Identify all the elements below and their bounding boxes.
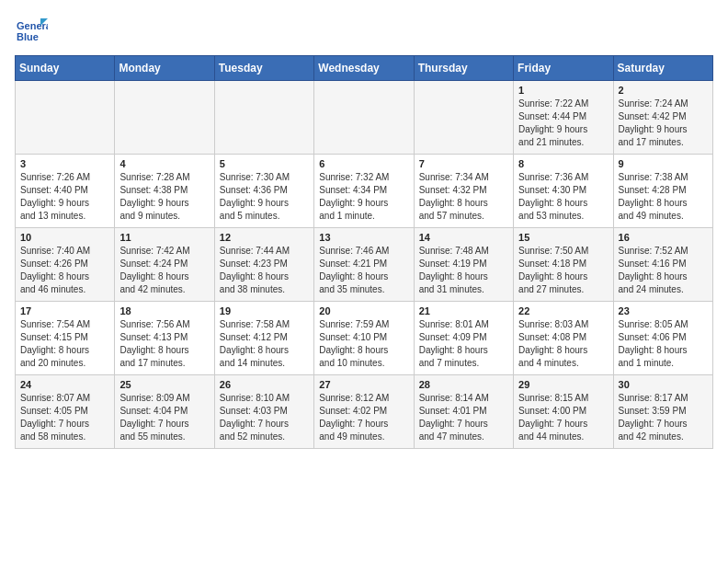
day-number: 10	[20, 232, 109, 243]
weekday-header-row: SundayMondayTuesdayWednesdayThursdayFrid…	[16, 56, 713, 81]
day-number: 13	[319, 232, 408, 243]
calendar-cell: 30Sunrise: 8:17 AM Sunset: 3:59 PM Dayli…	[613, 375, 712, 449]
calendar-cell: 11Sunrise: 7:42 AM Sunset: 4:24 PM Dayli…	[115, 228, 214, 302]
calendar-cell	[414, 81, 513, 155]
day-info: Sunrise: 7:48 AM Sunset: 4:19 PM Dayligh…	[419, 245, 508, 296]
day-number: 24	[20, 379, 109, 390]
calendar-week-row: 3Sunrise: 7:26 AM Sunset: 4:40 PM Daylig…	[16, 155, 713, 228]
day-info: Sunrise: 7:26 AM Sunset: 4:40 PM Dayligh…	[20, 171, 109, 223]
day-number: 19	[220, 305, 309, 316]
day-info: Sunrise: 8:10 AM Sunset: 4:03 PM Dayligh…	[220, 392, 309, 443]
calendar-cell: 28Sunrise: 8:14 AM Sunset: 4:01 PM Dayli…	[414, 375, 513, 449]
day-info: Sunrise: 7:54 AM Sunset: 4:15 PM Dayligh…	[20, 318, 109, 370]
day-number: 14	[419, 232, 508, 243]
logo-icon: General Blue	[15, 15, 48, 48]
day-number: 9	[619, 158, 708, 169]
day-info: Sunrise: 7:28 AM Sunset: 4:38 PM Dayligh…	[119, 171, 209, 223]
day-info: Sunrise: 7:34 AM Sunset: 4:32 PM Dayligh…	[419, 171, 508, 223]
calendar-week-row: 10Sunrise: 7:40 AM Sunset: 4:26 PM Dayli…	[16, 228, 713, 302]
calendar-cell: 12Sunrise: 7:44 AM Sunset: 4:23 PM Dayli…	[214, 228, 313, 302]
calendar-week-row: 1Sunrise: 7:22 AM Sunset: 4:44 PM Daylig…	[16, 81, 713, 155]
calendar-cell: 20Sunrise: 7:59 AM Sunset: 4:10 PM Dayli…	[314, 302, 414, 375]
day-info: Sunrise: 7:24 AM Sunset: 4:42 PM Dayligh…	[619, 98, 708, 149]
calendar-cell: 24Sunrise: 8:07 AM Sunset: 4:05 PM Dayli…	[16, 375, 115, 449]
calendar-cell: 6Sunrise: 7:32 AM Sunset: 4:34 PM Daylig…	[314, 155, 414, 228]
day-info: Sunrise: 7:59 AM Sunset: 4:10 PM Dayligh…	[319, 318, 408, 370]
day-info: Sunrise: 7:44 AM Sunset: 4:23 PM Dayligh…	[220, 245, 309, 296]
calendar-cell	[214, 81, 313, 155]
day-info: Sunrise: 7:46 AM Sunset: 4:21 PM Dayligh…	[319, 245, 408, 296]
day-number: 25	[119, 379, 209, 390]
day-info: Sunrise: 7:50 AM Sunset: 4:18 PM Dayligh…	[518, 245, 608, 296]
day-number: 22	[518, 305, 608, 316]
calendar-cell: 4Sunrise: 7:28 AM Sunset: 4:38 PM Daylig…	[115, 155, 214, 228]
calendar-cell: 18Sunrise: 7:56 AM Sunset: 4:13 PM Dayli…	[115, 302, 214, 375]
calendar-cell: 7Sunrise: 7:34 AM Sunset: 4:32 PM Daylig…	[414, 155, 513, 228]
calendar-cell: 26Sunrise: 8:10 AM Sunset: 4:03 PM Dayli…	[214, 375, 313, 449]
calendar-cell: 10Sunrise: 7:40 AM Sunset: 4:26 PM Dayli…	[16, 228, 115, 302]
weekday-header-monday: Monday	[115, 56, 214, 81]
calendar-cell: 29Sunrise: 8:15 AM Sunset: 4:00 PM Dayli…	[514, 375, 613, 449]
weekday-header-wednesday: Wednesday	[314, 56, 414, 81]
calendar-cell	[314, 81, 414, 155]
calendar-cell: 22Sunrise: 8:03 AM Sunset: 4:08 PM Dayli…	[514, 302, 613, 375]
day-info: Sunrise: 8:01 AM Sunset: 4:09 PM Dayligh…	[419, 318, 508, 370]
calendar-cell: 14Sunrise: 7:48 AM Sunset: 4:19 PM Dayli…	[414, 228, 513, 302]
calendar-cell: 8Sunrise: 7:36 AM Sunset: 4:30 PM Daylig…	[514, 155, 613, 228]
day-number: 4	[119, 158, 209, 169]
weekday-header-saturday: Saturday	[613, 56, 712, 81]
day-info: Sunrise: 7:52 AM Sunset: 4:16 PM Dayligh…	[619, 245, 708, 296]
weekday-header-thursday: Thursday	[414, 56, 513, 81]
day-number: 15	[518, 232, 608, 243]
day-number: 3	[20, 158, 109, 169]
calendar-cell	[16, 81, 115, 155]
day-info: Sunrise: 7:32 AM Sunset: 4:34 PM Dayligh…	[319, 171, 408, 223]
calendar-cell: 19Sunrise: 7:58 AM Sunset: 4:12 PM Dayli…	[214, 302, 313, 375]
calendar-cell: 23Sunrise: 8:05 AM Sunset: 4:06 PM Dayli…	[613, 302, 712, 375]
weekday-header-sunday: Sunday	[16, 56, 115, 81]
calendar-body: 1Sunrise: 7:22 AM Sunset: 4:44 PM Daylig…	[16, 81, 713, 449]
day-info: Sunrise: 7:56 AM Sunset: 4:13 PM Dayligh…	[119, 318, 209, 370]
calendar-cell: 9Sunrise: 7:38 AM Sunset: 4:28 PM Daylig…	[613, 155, 712, 228]
day-info: Sunrise: 7:30 AM Sunset: 4:36 PM Dayligh…	[220, 171, 309, 223]
day-number: 12	[220, 232, 309, 243]
day-info: Sunrise: 7:36 AM Sunset: 4:30 PM Dayligh…	[518, 171, 608, 223]
weekday-header-tuesday: Tuesday	[214, 56, 313, 81]
calendar-cell: 25Sunrise: 8:09 AM Sunset: 4:04 PM Dayli…	[115, 375, 214, 449]
day-info: Sunrise: 8:12 AM Sunset: 4:02 PM Dayligh…	[319, 392, 408, 443]
day-info: Sunrise: 8:03 AM Sunset: 4:08 PM Dayligh…	[518, 318, 608, 370]
calendar-cell: 16Sunrise: 7:52 AM Sunset: 4:16 PM Dayli…	[613, 228, 712, 302]
day-number: 5	[220, 158, 309, 169]
day-info: Sunrise: 8:09 AM Sunset: 4:04 PM Dayligh…	[119, 392, 209, 443]
day-number: 7	[419, 158, 508, 169]
day-info: Sunrise: 7:22 AM Sunset: 4:44 PM Dayligh…	[518, 98, 608, 149]
calendar-cell: 3Sunrise: 7:26 AM Sunset: 4:40 PM Daylig…	[16, 155, 115, 228]
calendar-week-row: 17Sunrise: 7:54 AM Sunset: 4:15 PM Dayli…	[16, 302, 713, 375]
calendar-cell: 27Sunrise: 8:12 AM Sunset: 4:02 PM Dayli…	[314, 375, 414, 449]
calendar-cell: 5Sunrise: 7:30 AM Sunset: 4:36 PM Daylig…	[214, 155, 313, 228]
day-info: Sunrise: 8:14 AM Sunset: 4:01 PM Dayligh…	[419, 392, 508, 443]
calendar-cell: 17Sunrise: 7:54 AM Sunset: 4:15 PM Dayli…	[16, 302, 115, 375]
day-info: Sunrise: 7:42 AM Sunset: 4:24 PM Dayligh…	[119, 245, 209, 296]
svg-text:Blue: Blue	[17, 31, 39, 42]
calendar-table: SundayMondayTuesdayWednesdayThursdayFrid…	[15, 55, 713, 449]
day-number: 8	[518, 158, 608, 169]
day-info: Sunrise: 8:05 AM Sunset: 4:06 PM Dayligh…	[619, 318, 708, 370]
calendar-week-row: 24Sunrise: 8:07 AM Sunset: 4:05 PM Dayli…	[16, 375, 713, 449]
day-number: 2	[619, 85, 708, 96]
calendar-cell: 13Sunrise: 7:46 AM Sunset: 4:21 PM Dayli…	[314, 228, 414, 302]
day-info: Sunrise: 8:15 AM Sunset: 4:00 PM Dayligh…	[518, 392, 608, 443]
day-number: 21	[419, 305, 508, 316]
calendar-cell	[115, 81, 214, 155]
day-number: 26	[220, 379, 309, 390]
calendar-cell: 21Sunrise: 8:01 AM Sunset: 4:09 PM Dayli…	[414, 302, 513, 375]
day-number: 30	[619, 379, 708, 390]
day-number: 1	[518, 85, 608, 96]
day-number: 20	[319, 305, 408, 316]
calendar-cell: 1Sunrise: 7:22 AM Sunset: 4:44 PM Daylig…	[514, 81, 613, 155]
day-number: 16	[619, 232, 708, 243]
day-info: Sunrise: 7:38 AM Sunset: 4:28 PM Dayligh…	[619, 171, 708, 223]
calendar-cell: 2Sunrise: 7:24 AM Sunset: 4:42 PM Daylig…	[613, 81, 712, 155]
day-number: 11	[119, 232, 209, 243]
calendar-cell: 15Sunrise: 7:50 AM Sunset: 4:18 PM Dayli…	[514, 228, 613, 302]
